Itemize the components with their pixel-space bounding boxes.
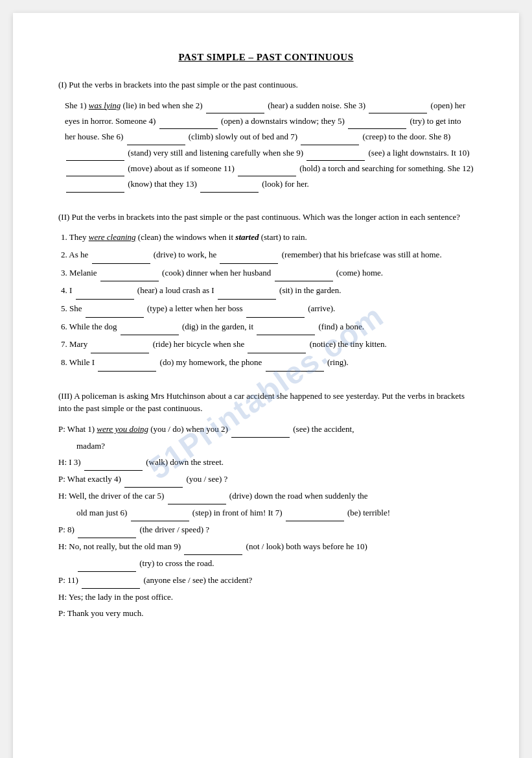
prefilled-answer: were cleaning: [89, 232, 136, 242]
prefilled-answer: were you doing: [97, 424, 148, 434]
section2-items: 1. They were cleaning (clean) the window…: [61, 230, 474, 372]
blank[interactable]: [66, 161, 124, 176]
blank[interactable]: [257, 319, 315, 336]
blank[interactable]: [246, 301, 305, 318]
dialog-line-5: P: 8) (the driver / speed) ?: [58, 522, 474, 538]
section1-instruction: (I) Put the verbs in brackets into the p…: [58, 78, 474, 91]
blank[interactable]: [78, 556, 136, 572]
blank[interactable]: [121, 319, 179, 336]
blank[interactable]: [286, 505, 344, 521]
dialog-line-4b: old man just 6) (step) in front of him! …: [76, 505, 474, 521]
blank[interactable]: [200, 176, 259, 192]
section-3: (III) A policeman is asking Mrs Hutchins…: [58, 390, 474, 622]
item-8: 8. While I (do) my homework, the phone (…: [61, 355, 474, 372]
dialog-line-3: P: What exactly 4) (you / see) ?: [58, 471, 474, 488]
blank[interactable]: [98, 355, 156, 372]
blank[interactable]: [78, 522, 136, 538]
blank[interactable]: [86, 301, 144, 318]
section3-dialog: P: What 1) were you doing (you / do) whe…: [58, 421, 474, 622]
blank[interactable]: [301, 129, 359, 145]
dialog-line-6b: (try) to cross the road.: [76, 556, 474, 572]
dialog-line-8: H: Yes; the lady in the post office.: [58, 589, 474, 605]
item-1: 1. They were cleaning (clean) the window…: [61, 230, 474, 246]
item-6: 6. While the dog (dig) in the garden, it…: [61, 319, 474, 336]
blank[interactable]: [82, 573, 140, 589]
blank[interactable]: [92, 247, 150, 264]
blank[interactable]: [184, 539, 242, 555]
dialog-line-7: P: 11) (anyone else / see) the accident?: [58, 573, 474, 589]
blank[interactable]: [131, 505, 189, 521]
page-title: PAST SIMPLE – PAST CONTINUOUS: [58, 52, 474, 63]
blank[interactable]: [84, 455, 143, 471]
prefilled-answer-bold: started: [235, 232, 259, 242]
blank[interactable]: [369, 98, 427, 113]
dialog-line-1b: madam?: [76, 438, 474, 454]
item-7: 7. Mary (ride) her bicycle when she (not…: [61, 337, 474, 353]
blank[interactable]: [159, 113, 218, 129]
section3-instruction: (III) A policeman is asking Mrs Hutchins…: [58, 390, 474, 415]
blank[interactable]: [348, 113, 406, 129]
item-4: 4. I (hear) a loud crash as I (sit) in t…: [61, 283, 474, 300]
item-5: 5. She (type) a letter when her boss (ar…: [61, 301, 474, 318]
blank[interactable]: [275, 265, 333, 282]
item-2: 2. As he (drive) to work, he (remember) …: [61, 247, 474, 264]
dialog-line-4: H: Well, the driver of the car 5) (drive…: [58, 488, 474, 504]
blank[interactable]: [231, 421, 290, 438]
blank[interactable]: [124, 471, 183, 488]
blank[interactable]: [91, 337, 149, 353]
item-3: 3. Melanie (cook) dinner when her husban…: [61, 265, 474, 282]
blank[interactable]: [218, 283, 276, 300]
blank[interactable]: [206, 98, 264, 113]
blank[interactable]: [248, 337, 306, 353]
section-1: (I) Put the verbs in brackets into the p…: [58, 78, 474, 193]
worksheet-page: 51Printables.com PAST SIMPLE – PAST CONT…: [13, 13, 519, 758]
section1-text: She 1) was lying (lie) in bed when she 2…: [65, 98, 474, 193]
blank[interactable]: [66, 145, 124, 161]
blank[interactable]: [100, 265, 159, 282]
blank[interactable]: [306, 145, 365, 161]
blank[interactable]: [220, 247, 278, 264]
section2-instruction: (II) Put the verbs in brackets into the …: [58, 211, 474, 224]
dialog-line-6: H: No, not really, but the old man 9) (n…: [58, 539, 474, 555]
blank[interactable]: [266, 355, 324, 372]
title-text: PAST SIMPLE – PAST CONTINUOUS: [178, 52, 353, 62]
dialog-line-1: P: What 1) were you doing (you / do) whe…: [58, 421, 474, 438]
blank[interactable]: [76, 283, 134, 300]
dialog-line-9: P: Thank you very much.: [58, 606, 474, 621]
blank[interactable]: [66, 176, 124, 192]
prefilled-answer: was lying: [89, 101, 121, 110]
dialog-line-2: H: I 3) (walk) down the street.: [58, 455, 474, 471]
section-2: (II) Put the verbs in brackets into the …: [58, 211, 474, 372]
blank[interactable]: [127, 129, 185, 145]
blank[interactable]: [238, 161, 296, 176]
blank[interactable]: [168, 488, 226, 504]
